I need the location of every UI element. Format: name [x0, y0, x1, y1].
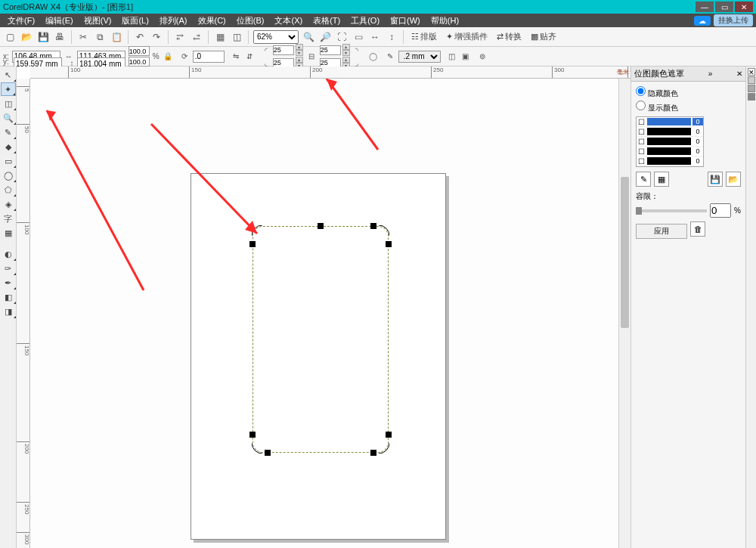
close-button[interactable]: ✕: [735, 2, 753, 12]
open-icon[interactable]: 📂: [20, 30, 33, 44]
delete-mask-icon[interactable]: 🗑: [690, 221, 705, 237]
handle-right-top[interactable]: [370, 223, 376, 229]
zoom-page-icon[interactable]: ▭: [352, 30, 365, 44]
open-mask-icon[interactable]: 📂: [726, 172, 741, 187]
menu-arrange[interactable]: 排列(A): [155, 15, 192, 26]
freehand-tool[interactable]: ✎: [1, 125, 16, 139]
menu-effects[interactable]: 效果(C): [194, 15, 231, 26]
node-bl[interactable]: [249, 432, 256, 438]
menu-edit[interactable]: 编辑(E): [41, 15, 78, 26]
save-icon[interactable]: 💾: [36, 30, 50, 44]
print-icon[interactable]: 🖶: [53, 30, 67, 44]
palette-swatch[interactable]: [748, 85, 755, 92]
eyedropper-tool[interactable]: ✑: [1, 262, 16, 275]
snap-button[interactable]: ▩贴齐: [528, 31, 559, 42]
cloud-upload-button[interactable]: 挂换上传: [714, 14, 753, 26]
mirror-h-icon[interactable]: ⇋: [231, 51, 241, 62]
handle-bottom-right[interactable]: [370, 450, 376, 456]
shape-tool[interactable]: ✦: [1, 82, 16, 96]
zoom-tool[interactable]: 🔍: [1, 111, 16, 125]
color-row[interactable]: ☐0: [637, 147, 703, 156]
color-row[interactable]: ☐0: [637, 156, 703, 166]
paste-icon[interactable]: 📋: [110, 30, 123, 44]
menu-file[interactable]: 文件(F): [3, 15, 39, 26]
export-icon[interactable]: ⥄: [190, 30, 203, 44]
spin-up[interactable]: ▴: [296, 44, 303, 50]
new-icon[interactable]: ▢: [3, 30, 17, 44]
zoom-width-icon[interactable]: ↔: [368, 30, 382, 44]
corner-tl-input[interactable]: [273, 45, 294, 55]
cut-icon[interactable]: ✂: [76, 30, 90, 44]
mirror-v-icon[interactable]: ⇵: [244, 51, 255, 62]
color-palette[interactable]: ✕: [745, 67, 756, 548]
to-curve-icon[interactable]: ◯: [368, 51, 379, 62]
scrollbar-thumb[interactable]: [621, 177, 629, 328]
rotation-input[interactable]: [193, 51, 225, 63]
smart-fill-tool[interactable]: ◆: [1, 140, 16, 153]
cloud-icon[interactable]: ☁: [694, 16, 711, 26]
color-mask-list[interactable]: ☐0 ☐0 ☐0 ☐0 ☐0: [636, 116, 704, 167]
drawing-canvas[interactable]: [30, 79, 631, 548]
corner-lock-icon[interactable]: ⊟: [306, 51, 317, 62]
menu-text[interactable]: 文本(X): [270, 15, 307, 26]
color-row[interactable]: ☐0: [637, 117, 703, 127]
menu-help[interactable]: 帮助(H): [426, 15, 463, 26]
outline-tool[interactable]: ✒: [1, 276, 16, 289]
node-br[interactable]: [386, 432, 392, 438]
apply-button[interactable]: 应用: [636, 224, 687, 239]
handle-top[interactable]: [318, 223, 324, 229]
palette-swatch[interactable]: ✕: [748, 68, 755, 76]
zoom-fit-icon[interactable]: ⛶: [335, 30, 349, 44]
vertical-ruler[interactable]: 5 50 100 150 200 250 300: [17, 79, 30, 548]
basic-shapes-tool[interactable]: ◈: [1, 197, 16, 211]
selected-rounded-rectangle[interactable]: [253, 226, 389, 453]
maximize-button[interactable]: ▭: [715, 2, 733, 12]
palette-swatch[interactable]: [748, 76, 755, 84]
menu-table[interactable]: 表格(T): [308, 15, 345, 26]
tolerance-input[interactable]: [710, 203, 731, 218]
menu-tools[interactable]: 工具(O): [346, 15, 384, 26]
welcome-icon[interactable]: ◫: [230, 30, 243, 44]
options-icon[interactable]: ⊚: [477, 51, 488, 62]
docker-close-icon[interactable]: ✕: [736, 70, 742, 78]
docker-titlebar[interactable]: 位图颜色遮罩 » ✕: [631, 67, 745, 82]
zoom-height-icon[interactable]: ↕: [385, 30, 398, 44]
spin-down[interactable]: ▾: [296, 50, 303, 56]
polygon-tool[interactable]: ⬠: [1, 183, 16, 197]
layout-button[interactable]: ☷排版: [408, 31, 440, 42]
interactive-fill-tool[interactable]: ◨: [1, 305, 16, 318]
horizontal-ruler[interactable]: 100 150 200 250 300 350 毫米: [30, 67, 631, 79]
interactive-tool[interactable]: ◐: [1, 247, 16, 261]
convert-button[interactable]: ⇄转换: [494, 31, 525, 42]
rectangle-tool[interactable]: ▭: [1, 154, 16, 168]
redo-icon[interactable]: ↷: [150, 30, 163, 44]
vertical-scrollbar[interactable]: [618, 79, 631, 548]
table-tool[interactable]: ▦: [1, 226, 16, 240]
wrap-icon[interactable]: ◫: [447, 51, 457, 62]
copy-icon[interactable]: ⧉: [93, 30, 107, 44]
minimize-button[interactable]: —: [696, 2, 714, 12]
scale-x-input[interactable]: [129, 46, 150, 56]
ellipse-tool[interactable]: ◯: [1, 169, 16, 182]
zoom-in-icon[interactable]: 🔍: [302, 30, 315, 44]
menu-layout[interactable]: 版面(L): [117, 15, 153, 26]
corner-tr-input[interactable]: [320, 45, 341, 55]
pick-tool[interactable]: ↖: [1, 68, 16, 82]
palette-swatch[interactable]: [748, 93, 755, 101]
front-icon[interactable]: ▣: [460, 51, 471, 62]
docker-collapse-icon[interactable]: »: [708, 70, 713, 78]
color-row[interactable]: ☐0: [637, 127, 703, 137]
option-show-colors[interactable]: 显示颜色: [636, 101, 741, 113]
outline-width-select[interactable]: .2 mm: [398, 51, 441, 63]
scale-y-input[interactable]: [129, 57, 150, 67]
node-tr[interactable]: [386, 241, 392, 247]
import-icon[interactable]: ⥂: [173, 30, 187, 44]
menu-view[interactable]: 视图(V): [79, 15, 116, 26]
text-tool[interactable]: 字: [1, 212, 16, 225]
zoom-select[interactable]: 62%: [253, 30, 299, 44]
crop-tool[interactable]: ◫: [1, 97, 16, 110]
lock-icon[interactable]: 🔒: [163, 51, 173, 62]
handle-bottom-left[interactable]: [265, 450, 271, 456]
color-row[interactable]: ☐0: [637, 137, 703, 147]
zoom-out-icon[interactable]: 🔎: [318, 30, 332, 44]
